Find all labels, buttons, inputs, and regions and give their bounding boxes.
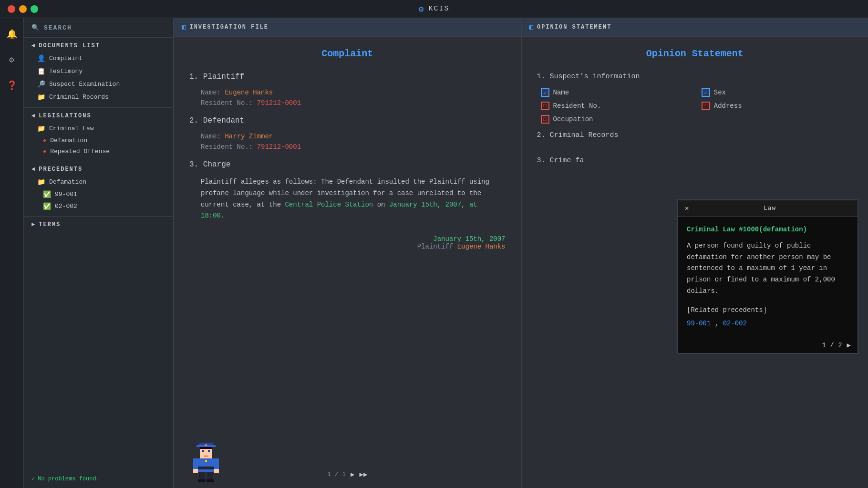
sliders-icon[interactable]: ⚙ bbox=[4, 52, 20, 68]
related-link-99-001[interactable]: 99-001 bbox=[687, 320, 711, 327]
terms-header: ► TERMS bbox=[24, 217, 173, 231]
defendant-resident-row: Resident No.: 791212-0001 bbox=[189, 143, 506, 151]
sidebar-item-repeated-offense[interactable]: ● Repeated Offense bbox=[24, 146, 173, 157]
name-field-label: Name bbox=[553, 89, 569, 96]
sidebar-item-testimony[interactable]: 📋 Testimony bbox=[24, 65, 173, 78]
opinion-header-icon: ◧ bbox=[529, 23, 533, 31]
documents-list-section: ◄ DOCUMENTS LIST 👤 Complaint 📋 Testimony… bbox=[24, 38, 173, 108]
close-button[interactable] bbox=[8, 5, 15, 13]
bell-icon[interactable]: 🔔 bbox=[4, 26, 20, 42]
svg-rect-14 bbox=[214, 469, 219, 473]
criminal-law-label: Criminal Law bbox=[49, 125, 94, 132]
02-002-check-icon: ✅ bbox=[43, 202, 51, 210]
investigation-file-title: INVESTIGATION FILE bbox=[189, 24, 269, 31]
address-checkbox[interactable]: □ bbox=[702, 102, 710, 110]
law-next-page-button[interactable]: ▶ bbox=[847, 341, 851, 349]
law-popup-header: ✕ Law bbox=[678, 200, 858, 217]
svg-rect-17 bbox=[198, 479, 206, 482]
complaint-icon: 👤 bbox=[37, 54, 45, 62]
legislations-section: ◄ LEGISLATIONS 📁 Criminal Law ● Defamati… bbox=[24, 108, 173, 161]
content-area: ◧ INVESTIGATION FILE Complaint 1. Plaint… bbox=[174, 18, 868, 488]
app-title-text: KCIS bbox=[428, 5, 449, 13]
sex-field-label: Sex bbox=[714, 89, 726, 96]
window-controls bbox=[8, 5, 38, 13]
last-page-button[interactable]: ▶▶ bbox=[360, 470, 368, 478]
law-popup-title: Law bbox=[689, 205, 851, 212]
sidebar-item-99-001[interactable]: ✅ 99-001 bbox=[24, 188, 173, 200]
opinion-statement-title: OPINION STATEMENT bbox=[537, 24, 611, 31]
minimize-button[interactable] bbox=[19, 5, 27, 13]
defendant-heading: 2. Defendant bbox=[189, 116, 506, 125]
svg-rect-9 bbox=[198, 467, 214, 469]
investigation-file-header: ◧ INVESTIGATION FILE bbox=[174, 18, 521, 37]
charge-heading: 3. Charge bbox=[189, 160, 506, 169]
precedents-defamation-label: Defamation bbox=[49, 178, 86, 186]
investigation-header-icon: ◧ bbox=[182, 23, 186, 31]
section-arrow-icon: ◄ bbox=[31, 42, 36, 49]
criminal-records-label: Criminal Records bbox=[49, 93, 109, 101]
resident-no-checkbox[interactable]: □ bbox=[541, 102, 549, 110]
titlebar: ⚙ KCIS bbox=[0, 0, 868, 18]
precedents-label: PRECEDENTS bbox=[39, 166, 83, 173]
crime-facts-heading: 3. Crime fa bbox=[537, 156, 853, 165]
repeated-offense-bullet-icon: ● bbox=[43, 148, 46, 155]
defendant-resident-label: Resident No.: bbox=[201, 143, 257, 151]
status-text: No problems found. bbox=[38, 476, 100, 482]
status-bar: ✓ No problems found. bbox=[24, 469, 173, 488]
sidebar-item-criminal-records[interactable]: 📁 Criminal Records bbox=[24, 91, 173, 104]
search-label: SEARCH bbox=[44, 24, 72, 31]
sidebar-item-precedents-defamation[interactable]: 📁 Defamation bbox=[24, 176, 173, 188]
resident-no-field-item: □ Resident No. bbox=[541, 102, 692, 110]
sidebar-item-suspect-examination[interactable]: 🔎 Suspect Examination bbox=[24, 78, 173, 91]
99-001-label: 99-001 bbox=[55, 191, 77, 198]
occupation-checkbox[interactable]: □ bbox=[541, 115, 549, 124]
svg-rect-16 bbox=[207, 472, 213, 480]
legislations-arrow-icon: ◄ bbox=[31, 113, 36, 119]
occupation-field-label: Occupation bbox=[553, 115, 593, 123]
sidebar-item-02-002[interactable]: ✅ 02-002 bbox=[24, 200, 173, 212]
character-svg bbox=[189, 440, 223, 483]
complaint-label: Complaint bbox=[49, 55, 83, 62]
pagination: 1 / 1 ▶ ▶▶ bbox=[327, 470, 367, 478]
law-page-indicator: 1 / 2 bbox=[822, 342, 842, 349]
testimony-icon: 📋 bbox=[37, 67, 45, 75]
criminal-records-heading: 2. Criminal Records bbox=[537, 131, 853, 139]
law-popup-close-button[interactable]: ✕ bbox=[685, 204, 689, 212]
charge-text: Plaintiff alleges as follows: The Defend… bbox=[189, 177, 506, 222]
precedents-section: ◄ PRECEDENTS 📁 Defamation ✅ 99-001 ✅ 02-… bbox=[24, 161, 173, 217]
next-page-button[interactable]: ▶ bbox=[351, 470, 354, 478]
sidebar-item-complaint[interactable]: 👤 Complaint bbox=[24, 52, 173, 65]
svg-rect-5 bbox=[208, 450, 210, 452]
occupation-field-item: □ Occupation bbox=[541, 115, 692, 124]
search-bar[interactable]: 🔍 SEARCH bbox=[24, 18, 173, 38]
complaint-title: Complaint bbox=[189, 48, 506, 59]
sidebar-item-criminal-law[interactable]: 📁 Criminal Law bbox=[24, 122, 173, 135]
law-popup-law-title: Criminal Law #1000(defamation) bbox=[687, 224, 849, 236]
name-checkbox[interactable]: ✓ bbox=[541, 88, 549, 97]
help-icon[interactable]: ❓ bbox=[4, 77, 20, 93]
law-popup-footer: 1 / 2 ▶ bbox=[678, 337, 858, 353]
app-icon: ⚙ bbox=[419, 4, 425, 14]
svg-rect-4 bbox=[202, 450, 204, 452]
footer-plaintiff-label: Plaintiff bbox=[417, 243, 457, 250]
defendant-resident-value: 791212-0001 bbox=[257, 143, 301, 151]
sex-checkbox[interactable]: ✓ bbox=[702, 88, 710, 97]
defamation-label: Defamation bbox=[50, 137, 87, 144]
testimony-label: Testimony bbox=[49, 68, 83, 75]
plaintiff-heading: 1. Plaintiff bbox=[189, 73, 506, 81]
precedents-header: ◄ PRECEDENTS bbox=[24, 161, 173, 176]
maximize-button[interactable] bbox=[31, 5, 38, 13]
documents-list-label: DOCUMENTS LIST bbox=[39, 42, 100, 49]
sex-field-item: ✓ Sex bbox=[702, 88, 853, 97]
svg-rect-11 bbox=[193, 458, 198, 469]
related-link-02-002[interactable]: 02-002 bbox=[723, 320, 747, 327]
defendant-name-value: Harry Zimmer bbox=[225, 133, 273, 140]
sidebar-item-defamation[interactable]: ● Defamation bbox=[24, 135, 173, 146]
suspects-info-heading: 1. Suspect's information bbox=[537, 73, 853, 81]
svg-rect-12 bbox=[214, 458, 219, 469]
sidebar: 🔍 SEARCH ◄ DOCUMENTS LIST 👤 Complaint 📋 … bbox=[24, 18, 174, 488]
name-field-item: ✓ Name bbox=[541, 88, 692, 97]
law-popup-related-label: [Related precedents] bbox=[687, 305, 849, 316]
repeated-offense-label: Repeated Offense bbox=[50, 148, 110, 155]
svg-rect-15 bbox=[199, 472, 205, 480]
